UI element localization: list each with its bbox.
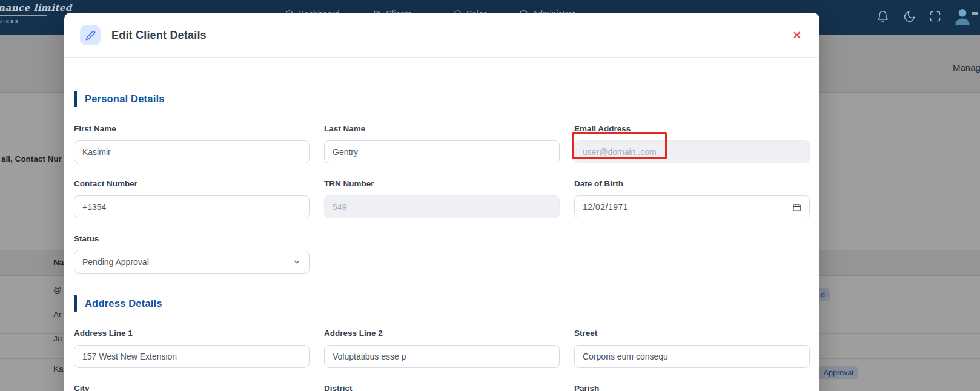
address-line2-label: Address Line 2 bbox=[324, 329, 560, 338]
logo-divider bbox=[0, 15, 47, 16]
address-line2-input[interactable] bbox=[324, 345, 560, 368]
address-line1-input[interactable] bbox=[74, 345, 310, 368]
modal-title: Edit Client Details bbox=[111, 29, 207, 42]
pencil-icon bbox=[85, 30, 96, 41]
street-label: Street bbox=[574, 329, 810, 338]
user-name-partial bbox=[972, 12, 978, 15]
last-name-input[interactable] bbox=[324, 140, 560, 163]
status-select[interactable]: Pending Approval bbox=[74, 251, 310, 274]
section-accent-bar bbox=[74, 91, 77, 107]
email-input[interactable] bbox=[574, 140, 810, 163]
edit-pencil-chip bbox=[80, 25, 101, 45]
calendar-icon[interactable] bbox=[792, 203, 801, 212]
contact-number-field-group: Contact Number bbox=[74, 179, 310, 218]
chevron-down-icon bbox=[293, 258, 301, 266]
address-details-grid: Address Line 1 Address Line 2 Street Cit… bbox=[74, 329, 810, 391]
logo-text-partial: nance limited bbox=[0, 2, 72, 13]
trn-number-label: TRN Number bbox=[324, 179, 560, 188]
section-accent-bar bbox=[74, 295, 77, 312]
city-label: City bbox=[74, 384, 310, 391]
address-line1-field-group: Address Line 1 bbox=[74, 329, 310, 368]
first-name-label: First Name bbox=[74, 124, 310, 133]
dob-date-input[interactable]: 12/02/1971 bbox=[574, 196, 810, 218]
close-icon[interactable]: ✕ bbox=[790, 28, 804, 43]
district-field-group: District bbox=[324, 384, 560, 391]
contact-number-input[interactable] bbox=[74, 196, 310, 218]
address-details-section-heading: Address Details bbox=[74, 295, 810, 312]
edit-client-modal: Edit Client Details ✕ Personal Details F… bbox=[64, 13, 819, 391]
status-label: Status bbox=[74, 234, 310, 243]
personal-details-grid: First Name Last Name Email Address Conta… bbox=[74, 124, 810, 274]
app-logo[interactable]: nance limited VICES bbox=[0, 2, 72, 24]
first-name-field-group: First Name bbox=[74, 124, 310, 163]
first-name-input[interactable] bbox=[74, 140, 310, 163]
user-avatar-icon[interactable] bbox=[953, 7, 972, 26]
address-line1-label: Address Line 1 bbox=[74, 329, 310, 338]
address-line2-field-group: Address Line 2 bbox=[324, 329, 560, 368]
modal-body: Personal Details First Name Last Name Em… bbox=[64, 91, 819, 391]
last-name-label: Last Name bbox=[324, 124, 560, 133]
modal-header: Edit Client Details ✕ bbox=[64, 13, 819, 58]
parish-label: Parish bbox=[574, 384, 810, 391]
last-name-field-group: Last Name bbox=[324, 124, 560, 163]
status-field-group: Status Pending Approval bbox=[74, 234, 310, 274]
dark-mode-moon-icon[interactable] bbox=[901, 8, 917, 24]
city-field-group: City bbox=[74, 384, 310, 391]
parish-field-group: Parish bbox=[574, 384, 810, 391]
email-label: Email Address bbox=[574, 124, 810, 133]
notifications-bell-icon[interactable] bbox=[875, 8, 890, 24]
street-field-group: Street bbox=[574, 329, 810, 368]
district-label: District bbox=[324, 384, 560, 391]
trn-number-input[interactable] bbox=[324, 196, 560, 218]
contact-number-label: Contact Number bbox=[74, 179, 310, 188]
dob-label: Date of Birth bbox=[574, 179, 810, 188]
personal-details-section-heading: Personal Details bbox=[74, 91, 810, 107]
trn-number-field-group: TRN Number bbox=[324, 179, 560, 218]
dob-field-group: Date of Birth 12/02/1971 bbox=[574, 179, 810, 218]
logo-subtext-partial: VICES bbox=[0, 19, 72, 24]
street-input[interactable] bbox=[574, 345, 810, 368]
fullscreen-icon[interactable] bbox=[927, 8, 943, 24]
email-field-group: Email Address bbox=[574, 124, 810, 163]
